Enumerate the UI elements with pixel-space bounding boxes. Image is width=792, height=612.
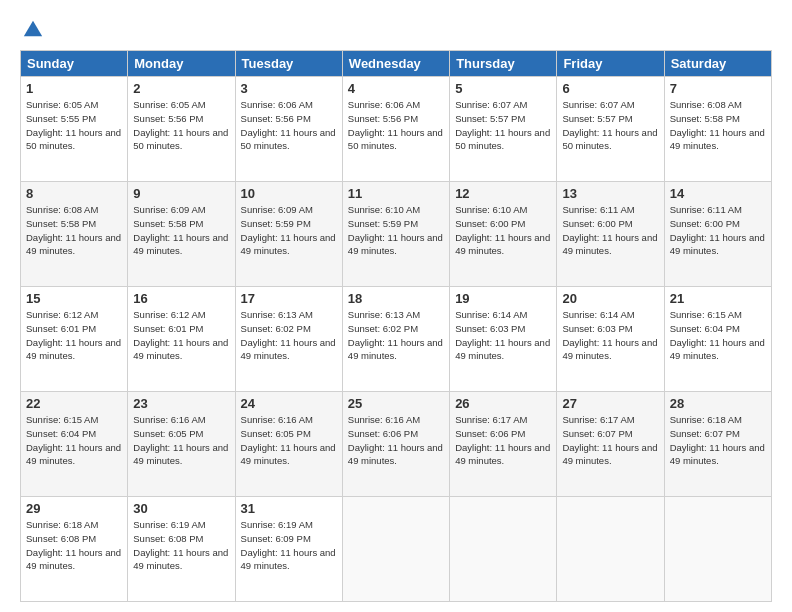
day-info: Sunrise: 6:09 AMSunset: 5:58 PMDaylight:… <box>133 203 229 258</box>
calendar-cell <box>342 497 449 602</box>
logo-icon <box>22 18 44 40</box>
day-number: 26 <box>455 396 551 411</box>
day-number: 14 <box>670 186 766 201</box>
day-info: Sunrise: 6:07 AMSunset: 5:57 PMDaylight:… <box>562 98 658 153</box>
day-number: 24 <box>241 396 337 411</box>
day-info: Sunrise: 6:13 AMSunset: 6:02 PMDaylight:… <box>241 308 337 363</box>
calendar-cell: 29Sunrise: 6:18 AMSunset: 6:08 PMDayligh… <box>21 497 128 602</box>
logo-text <box>20 18 44 40</box>
day-number: 20 <box>562 291 658 306</box>
calendar-cell: 8Sunrise: 6:08 AMSunset: 5:58 PMDaylight… <box>21 182 128 287</box>
day-info: Sunrise: 6:18 AMSunset: 6:07 PMDaylight:… <box>670 413 766 468</box>
calendar-cell: 20Sunrise: 6:14 AMSunset: 6:03 PMDayligh… <box>557 287 664 392</box>
calendar-cell: 11Sunrise: 6:10 AMSunset: 5:59 PMDayligh… <box>342 182 449 287</box>
day-info: Sunrise: 6:08 AMSunset: 5:58 PMDaylight:… <box>26 203 122 258</box>
day-info: Sunrise: 6:11 AMSunset: 6:00 PMDaylight:… <box>562 203 658 258</box>
day-info: Sunrise: 6:12 AMSunset: 6:01 PMDaylight:… <box>26 308 122 363</box>
day-number: 1 <box>26 81 122 96</box>
day-info: Sunrise: 6:16 AMSunset: 6:06 PMDaylight:… <box>348 413 444 468</box>
day-number: 10 <box>241 186 337 201</box>
day-info: Sunrise: 6:16 AMSunset: 6:05 PMDaylight:… <box>241 413 337 468</box>
day-header-saturday: Saturday <box>664 51 771 77</box>
day-number: 25 <box>348 396 444 411</box>
day-info: Sunrise: 6:10 AMSunset: 6:00 PMDaylight:… <box>455 203 551 258</box>
calendar-cell: 24Sunrise: 6:16 AMSunset: 6:05 PMDayligh… <box>235 392 342 497</box>
day-number: 8 <box>26 186 122 201</box>
calendar-cell: 27Sunrise: 6:17 AMSunset: 6:07 PMDayligh… <box>557 392 664 497</box>
logo <box>20 18 44 40</box>
calendar-cell: 6Sunrise: 6:07 AMSunset: 5:57 PMDaylight… <box>557 77 664 182</box>
day-number: 7 <box>670 81 766 96</box>
day-info: Sunrise: 6:14 AMSunset: 6:03 PMDaylight:… <box>562 308 658 363</box>
day-header-friday: Friday <box>557 51 664 77</box>
day-number: 28 <box>670 396 766 411</box>
calendar-cell: 10Sunrise: 6:09 AMSunset: 5:59 PMDayligh… <box>235 182 342 287</box>
svg-marker-0 <box>24 21 42 37</box>
day-number: 17 <box>241 291 337 306</box>
day-info: Sunrise: 6:16 AMSunset: 6:05 PMDaylight:… <box>133 413 229 468</box>
calendar-cell: 15Sunrise: 6:12 AMSunset: 6:01 PMDayligh… <box>21 287 128 392</box>
day-number: 3 <box>241 81 337 96</box>
day-number: 21 <box>670 291 766 306</box>
calendar-cell: 30Sunrise: 6:19 AMSunset: 6:08 PMDayligh… <box>128 497 235 602</box>
day-info: Sunrise: 6:11 AMSunset: 6:00 PMDaylight:… <box>670 203 766 258</box>
calendar-cell: 28Sunrise: 6:18 AMSunset: 6:07 PMDayligh… <box>664 392 771 497</box>
day-header-tuesday: Tuesday <box>235 51 342 77</box>
calendar-cell: 17Sunrise: 6:13 AMSunset: 6:02 PMDayligh… <box>235 287 342 392</box>
calendar-cell: 2Sunrise: 6:05 AMSunset: 5:56 PMDaylight… <box>128 77 235 182</box>
day-header-sunday: Sunday <box>21 51 128 77</box>
calendar-cell: 7Sunrise: 6:08 AMSunset: 5:58 PMDaylight… <box>664 77 771 182</box>
day-info: Sunrise: 6:13 AMSunset: 6:02 PMDaylight:… <box>348 308 444 363</box>
day-number: 27 <box>562 396 658 411</box>
calendar-cell <box>664 497 771 602</box>
day-info: Sunrise: 6:14 AMSunset: 6:03 PMDaylight:… <box>455 308 551 363</box>
day-number: 4 <box>348 81 444 96</box>
calendar-cell: 3Sunrise: 6:06 AMSunset: 5:56 PMDaylight… <box>235 77 342 182</box>
calendar-cell: 23Sunrise: 6:16 AMSunset: 6:05 PMDayligh… <box>128 392 235 497</box>
day-number: 30 <box>133 501 229 516</box>
header <box>20 18 772 40</box>
day-number: 23 <box>133 396 229 411</box>
calendar-cell <box>557 497 664 602</box>
day-info: Sunrise: 6:09 AMSunset: 5:59 PMDaylight:… <box>241 203 337 258</box>
day-number: 13 <box>562 186 658 201</box>
calendar-cell: 13Sunrise: 6:11 AMSunset: 6:00 PMDayligh… <box>557 182 664 287</box>
day-info: Sunrise: 6:07 AMSunset: 5:57 PMDaylight:… <box>455 98 551 153</box>
day-info: Sunrise: 6:05 AMSunset: 5:55 PMDaylight:… <box>26 98 122 153</box>
day-info: Sunrise: 6:19 AMSunset: 6:08 PMDaylight:… <box>133 518 229 573</box>
day-number: 5 <box>455 81 551 96</box>
day-number: 2 <box>133 81 229 96</box>
day-number: 12 <box>455 186 551 201</box>
page: SundayMondayTuesdayWednesdayThursdayFrid… <box>0 0 792 612</box>
day-info: Sunrise: 6:08 AMSunset: 5:58 PMDaylight:… <box>670 98 766 153</box>
day-info: Sunrise: 6:06 AMSunset: 5:56 PMDaylight:… <box>241 98 337 153</box>
day-info: Sunrise: 6:17 AMSunset: 6:06 PMDaylight:… <box>455 413 551 468</box>
calendar-cell: 19Sunrise: 6:14 AMSunset: 6:03 PMDayligh… <box>450 287 557 392</box>
calendar-cell: 9Sunrise: 6:09 AMSunset: 5:58 PMDaylight… <box>128 182 235 287</box>
day-number: 15 <box>26 291 122 306</box>
calendar-cell: 5Sunrise: 6:07 AMSunset: 5:57 PMDaylight… <box>450 77 557 182</box>
calendar-cell: 16Sunrise: 6:12 AMSunset: 6:01 PMDayligh… <box>128 287 235 392</box>
day-number: 16 <box>133 291 229 306</box>
day-info: Sunrise: 6:19 AMSunset: 6:09 PMDaylight:… <box>241 518 337 573</box>
day-number: 29 <box>26 501 122 516</box>
day-number: 31 <box>241 501 337 516</box>
day-info: Sunrise: 6:15 AMSunset: 6:04 PMDaylight:… <box>670 308 766 363</box>
calendar-cell: 31Sunrise: 6:19 AMSunset: 6:09 PMDayligh… <box>235 497 342 602</box>
calendar-cell: 14Sunrise: 6:11 AMSunset: 6:00 PMDayligh… <box>664 182 771 287</box>
day-number: 11 <box>348 186 444 201</box>
day-number: 22 <box>26 396 122 411</box>
day-header-wednesday: Wednesday <box>342 51 449 77</box>
day-info: Sunrise: 6:15 AMSunset: 6:04 PMDaylight:… <box>26 413 122 468</box>
calendar-cell: 22Sunrise: 6:15 AMSunset: 6:04 PMDayligh… <box>21 392 128 497</box>
calendar-cell: 12Sunrise: 6:10 AMSunset: 6:00 PMDayligh… <box>450 182 557 287</box>
day-number: 18 <box>348 291 444 306</box>
day-header-monday: Monday <box>128 51 235 77</box>
day-info: Sunrise: 6:06 AMSunset: 5:56 PMDaylight:… <box>348 98 444 153</box>
calendar-cell <box>450 497 557 602</box>
day-info: Sunrise: 6:18 AMSunset: 6:08 PMDaylight:… <box>26 518 122 573</box>
calendar-cell: 21Sunrise: 6:15 AMSunset: 6:04 PMDayligh… <box>664 287 771 392</box>
day-header-thursday: Thursday <box>450 51 557 77</box>
day-info: Sunrise: 6:05 AMSunset: 5:56 PMDaylight:… <box>133 98 229 153</box>
calendar-cell: 4Sunrise: 6:06 AMSunset: 5:56 PMDaylight… <box>342 77 449 182</box>
